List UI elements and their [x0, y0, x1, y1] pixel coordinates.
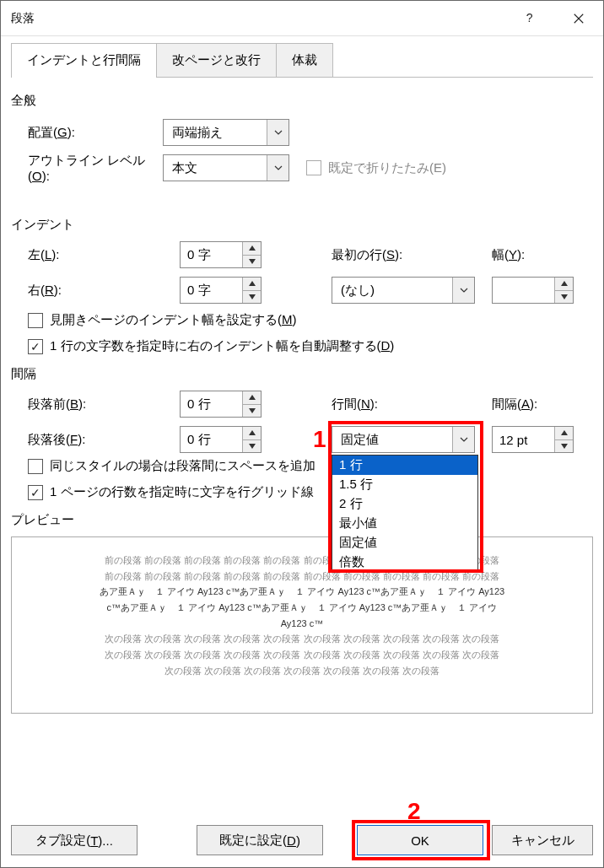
- at-spinner[interactable]: 12 pt: [492, 426, 574, 453]
- tab-settings-button[interactable]: タブ設定(T)...: [11, 825, 138, 855]
- cancel-button[interactable]: キャンセル: [492, 825, 593, 855]
- outline-select[interactable]: 本文: [163, 154, 289, 181]
- label-at: 間隔(A):: [492, 396, 593, 412]
- spinner-arrows[interactable]: [242, 278, 261, 303]
- option-1-line[interactable]: 1 行: [332, 456, 477, 475]
- option-min[interactable]: 最小値: [332, 514, 477, 533]
- label-firstline: 最初の行(S):: [332, 247, 492, 263]
- mirror-indent-checkbox[interactable]: 見開きページのインデント幅を設定する(M): [11, 307, 593, 333]
- spinner-arrows[interactable]: [242, 391, 261, 417]
- tab-page-break[interactable]: 改ページと改行: [156, 43, 277, 77]
- svg-marker-7: [561, 281, 568, 286]
- label-alignment: 配置(G):: [11, 125, 163, 141]
- after-spinner[interactable]: 0 行: [180, 426, 262, 453]
- svg-marker-13: [561, 430, 568, 435]
- same-style-checkbox[interactable]: 同じスタイルの場合は段落間にスペースを追加: [11, 453, 593, 479]
- alignment-value: 両端揃え: [164, 125, 267, 141]
- right-spinner[interactable]: 0 字: [180, 277, 262, 304]
- label-before: 段落前(B):: [11, 396, 180, 412]
- set-default-button[interactable]: 既定に設定(D): [197, 825, 323, 855]
- snap-grid-checkbox[interactable]: ✓ 1 ページの行数を指定時に文字を行グリッド線: [11, 479, 593, 505]
- option-1-5-line[interactable]: 1.5 行: [332, 475, 477, 494]
- label-outline: アウトライン レベル(O):: [11, 153, 163, 183]
- outline-value: 本文: [164, 160, 267, 176]
- width-spinner[interactable]: [492, 277, 574, 304]
- titlebar: 段落 ?: [1, 1, 603, 36]
- left-spinner[interactable]: 0 字: [180, 241, 262, 268]
- section-spacing: 間隔: [11, 366, 593, 382]
- label-after: 段落後(F):: [11, 432, 180, 448]
- section-general: 全般: [11, 93, 593, 109]
- linespace-select[interactable]: 固定値: [332, 426, 475, 453]
- chevron-down-icon: [267, 155, 289, 181]
- spinner-arrows[interactable]: [554, 278, 573, 303]
- close-button[interactable]: [554, 1, 603, 36]
- svg-marker-10: [249, 408, 256, 413]
- svg-marker-4: [249, 259, 256, 264]
- svg-marker-11: [249, 430, 256, 435]
- spacing-wrapper: 段落前(B): 0 行 行間(N): 間隔(A): 段落後(: [11, 391, 593, 453]
- tab-asian-layout[interactable]: 体裁: [276, 43, 333, 77]
- footer: タブ設定(T)... 既定に設定(D) 2 OK キャンセル: [1, 815, 603, 867]
- checkbox-checked-icon: ✓: [28, 485, 43, 500]
- svg-marker-9: [249, 395, 256, 400]
- help-button[interactable]: ?: [505, 1, 554, 36]
- tab-strip: インデントと行間隔 改ページと改行 体裁: [11, 43, 593, 78]
- checkbox-checked-icon: ✓: [28, 339, 43, 354]
- alignment-select[interactable]: 両端揃え: [163, 119, 289, 146]
- svg-marker-14: [561, 444, 568, 449]
- annotation-1: 1: [313, 426, 326, 453]
- tab-indent-spacing[interactable]: インデントと行間隔: [11, 43, 157, 77]
- svg-marker-5: [249, 281, 256, 286]
- chevron-down-icon: [267, 120, 289, 145]
- annotation-2: 2: [407, 798, 421, 825]
- linespace-dropdown-list[interactable]: 1 行 1.5 行 2 行 最小値 固定値 倍数: [332, 455, 478, 573]
- option-fixed[interactable]: 固定値: [332, 533, 477, 553]
- svg-text:?: ?: [526, 13, 533, 24]
- checkbox-icon: [28, 313, 43, 328]
- label-width: 幅(Y):: [492, 247, 593, 263]
- row-alignment: 配置(G): 両端揃え: [11, 117, 593, 148]
- content-area: インデントと行間隔 改ページと改行 体裁 全般 配置(G): 両端揃え アウトラ…: [1, 36, 603, 815]
- checkbox-icon: [28, 459, 43, 474]
- spinner-arrows[interactable]: [242, 427, 261, 452]
- checkbox-icon: [306, 160, 321, 175]
- paragraph-dialog: 段落 ? インデントと行間隔 改ページと改行 体裁 全般 配置(G): 両端揃え: [0, 0, 604, 868]
- spacing-grid: 段落前(B): 0 行 行間(N): 間隔(A): 段落後(: [11, 391, 593, 453]
- auto-indent-checkbox[interactable]: ✓ 1 行の文字数を指定時に右のインデント幅を自動調整する(D): [11, 333, 593, 359]
- svg-marker-12: [249, 444, 256, 449]
- spinner-arrows[interactable]: [242, 242, 261, 267]
- firstline-select[interactable]: (なし): [332, 277, 475, 304]
- option-2-line[interactable]: 2 行: [332, 494, 477, 514]
- row-outline: アウトライン レベル(O): 本文 既定で折りたたみ(E): [11, 153, 593, 183]
- label-left: 左(L):: [11, 247, 180, 263]
- section-preview: プレビュー: [11, 512, 593, 528]
- chevron-down-icon: [452, 278, 474, 303]
- section-indent: インデント: [11, 217, 593, 233]
- svg-marker-6: [249, 294, 256, 299]
- option-multiple[interactable]: 倍数: [332, 553, 477, 572]
- label-right: 右(R):: [11, 283, 180, 299]
- svg-marker-8: [561, 294, 568, 299]
- svg-marker-3: [249, 245, 256, 251]
- ok-button[interactable]: OK: [357, 825, 483, 855]
- label-linespace: 行間(N):: [332, 396, 492, 412]
- indent-grid: 左(L): 0 字 最初の行(S): 幅(Y): 右(R): 0 字: [11, 241, 593, 304]
- collapse-default-checkbox: 既定で折りたたみ(E): [306, 160, 446, 176]
- spinner-arrows[interactable]: [554, 427, 573, 452]
- window-title: 段落: [11, 11, 505, 26]
- preview-box: 前の段落 前の段落 前の段落 前の段落 前の段落 前の段落 前の段落 前の段落 …: [11, 536, 593, 714]
- before-spinner[interactable]: 0 行: [180, 391, 262, 418]
- chevron-down-icon: [452, 427, 474, 452]
